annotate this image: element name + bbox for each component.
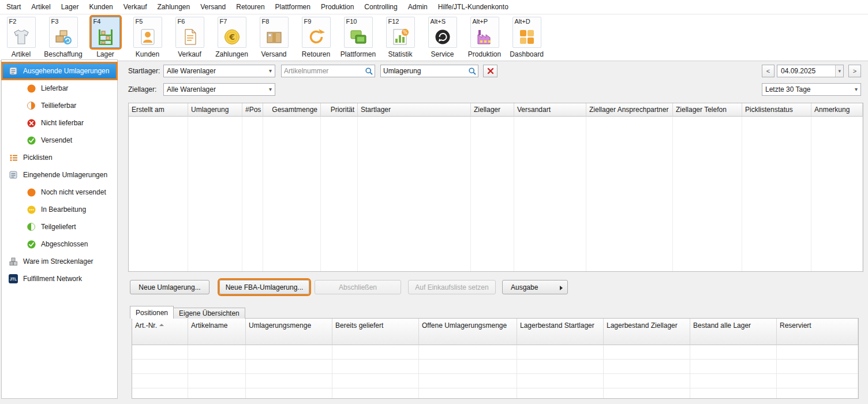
col-offene-umlagerungsmenge[interactable]: Offene Umlagerungsmenge xyxy=(419,319,517,345)
shortcut-label: F6 xyxy=(178,18,185,25)
menu-hilfe-jtl-kundenkonto[interactable]: Hilfe/JTL-Kundenkonto xyxy=(433,0,514,14)
tab-eigene-uebersichten[interactable]: Eigene Übersichten xyxy=(173,308,245,319)
col-umlagerungsmenge[interactable]: Umlagerungsmenge xyxy=(246,319,332,345)
date-next-button[interactable]: > xyxy=(848,65,861,77)
sidebar-item-eingehende-umlagerungen[interactable]: Eingehende Umlagerungen xyxy=(2,166,117,184)
toolbar-beschaffung-button[interactable]: F3 Beschaffung xyxy=(42,17,84,61)
period-select[interactable]: Letzte 30 Tage ▾ xyxy=(762,83,861,96)
toolbar-verkauf-button[interactable]: F6 Verkauf xyxy=(169,17,211,61)
toolbar-zahlungen-button[interactable]: F7 € Zahlungen xyxy=(211,17,253,61)
toolbar-kunden-button[interactable]: F5 Kunden xyxy=(126,17,169,61)
menu-admin[interactable]: Admin xyxy=(403,0,433,14)
sidebar-item-ware-im-streckenlager[interactable]: Ware im Streckenlager xyxy=(2,253,117,270)
neue-fba-umlagerung-button[interactable]: Neue FBA-Umlagerung... xyxy=(219,280,309,294)
search-icon[interactable] xyxy=(363,65,375,77)
tab-positionen[interactable]: Positionen xyxy=(130,306,174,319)
shortcut-label: Alt+S xyxy=(431,18,446,25)
toolbar-retouren-button[interactable]: F9 Retouren xyxy=(295,17,337,61)
menu-start[interactable]: Start xyxy=(1,0,26,14)
neue-umlagerung-button[interactable]: Neue Umlagerung... xyxy=(130,280,209,294)
menu-artikel[interactable]: Artikel xyxy=(26,0,55,14)
date-value: 04.09.2025 xyxy=(781,67,815,75)
sidebar-item-label: Fulfillment Network xyxy=(23,275,82,283)
sidebar-item-teilgeliefert[interactable]: Teilgeliefert xyxy=(2,218,117,235)
date-picker[interactable]: 04.09.2025 ▾ xyxy=(777,65,844,77)
col-startlager[interactable]: Startlager xyxy=(358,103,471,117)
sidebar-item-fulfillment-network[interactable]: JTL Fulfillment Network xyxy=(2,270,117,287)
toolbar-button-label: Dashboard xyxy=(510,50,544,58)
sidebar-item-picklisten[interactable]: Picklisten xyxy=(2,149,117,166)
sidebar-item-label: Abgeschlossen xyxy=(41,240,88,248)
menubar: Start Artikel Lager Kunden Verkauf Zahlu… xyxy=(0,0,868,14)
umlagerung-input[interactable] xyxy=(381,67,466,75)
ausgabe-button[interactable]: Ausgabe xyxy=(502,280,568,294)
status-green-check-icon xyxy=(27,136,36,145)
menu-kunden[interactable]: Kunden xyxy=(84,0,118,14)
sidebar-item-lieferbar[interactable]: Lieferbar xyxy=(2,80,117,97)
col-ziellager-ansprechpartner[interactable]: Ziellager Ansprechpartner xyxy=(586,103,673,117)
empty-row xyxy=(132,374,858,388)
col-umlagerung[interactable]: Umlagerung xyxy=(188,103,242,117)
sidebar-item-abgeschlossen[interactable]: Abgeschlossen xyxy=(2,235,117,253)
menu-controlling[interactable]: Controlling xyxy=(359,0,402,14)
col-bereits-geliefert[interactable]: Bereits geliefert xyxy=(332,319,419,345)
menu-lager[interactable]: Lager xyxy=(56,0,84,14)
date-prev-button[interactable]: < xyxy=(762,65,775,77)
toolbar-artikel-button[interactable]: F2 Artikel xyxy=(0,17,42,61)
startlager-label: Startlager: xyxy=(128,67,160,75)
toolbar-lager-button[interactable]: F4 Lager xyxy=(84,17,126,61)
picklist-icon xyxy=(9,153,18,162)
col-ziellager-telefon[interactable]: Ziellager Telefon xyxy=(673,103,742,117)
col-erstellt-am[interactable]: Erstellt am xyxy=(129,103,188,117)
sidebar-item-versendet[interactable]: Versendet xyxy=(2,132,117,149)
sort-ascending-icon xyxy=(159,324,164,326)
col-picklistenstatus[interactable]: Picklistenstatus xyxy=(742,103,811,117)
ziellager-select[interactable]: Alle Warenlager ▾ xyxy=(163,83,275,96)
sidebar-item-teillieferbar[interactable]: Teillieferbar xyxy=(2,97,117,114)
chevron-down-icon: ▾ xyxy=(855,86,858,92)
col-bestand-alle-lager[interactable]: Bestand alle Lager xyxy=(690,319,777,345)
col-lagerbestand-startlager[interactable]: Lagerbestand Startlager xyxy=(517,319,604,345)
sidebar-item-in-bearbeitung[interactable]: In Bearbeitung xyxy=(2,201,117,218)
col-ziellager[interactable]: Ziellager xyxy=(471,103,514,117)
menu-versand[interactable]: Versand xyxy=(195,0,231,14)
toolbar-produktion-button[interactable]: Alt+P Produktion xyxy=(463,17,506,61)
menu-zahlungen[interactable]: Zahlungen xyxy=(152,0,195,14)
artikelnummer-input[interactable] xyxy=(282,67,363,75)
menu-retouren[interactable]: Retouren xyxy=(231,0,270,14)
toolbar-versand-button[interactable]: F8 Versand xyxy=(253,17,295,61)
search-icon[interactable] xyxy=(466,65,478,77)
dashboard-grid-icon xyxy=(518,28,536,46)
startlager-select[interactable]: Alle Warenlager ▾ xyxy=(163,65,275,77)
toolbar-service-button[interactable]: Alt+S Service xyxy=(421,17,463,61)
sidebar-item-nicht-lieferbar[interactable]: Nicht lieferbar xyxy=(2,114,117,132)
calendar-dropdown-icon[interactable]: ▾ xyxy=(835,65,843,77)
main-content: Startlager: Alle Warenlager ▾ < 04.09.20… xyxy=(124,59,863,399)
col-reserviert[interactable]: Reserviert xyxy=(777,319,858,345)
col-artikelname[interactable]: Artikelname xyxy=(188,319,246,345)
clear-filter-button[interactable] xyxy=(483,65,497,77)
menu-verkauf[interactable]: Verkauf xyxy=(118,0,152,14)
status-red-x-icon xyxy=(27,118,36,128)
toolbar-button-label: Verkauf xyxy=(178,50,201,58)
status-orange-half-icon xyxy=(27,101,36,110)
col-lagerbestand-ziellager[interactable]: Lagerbestand Ziellager xyxy=(604,319,690,345)
menu-plattformen[interactable]: Plattformen xyxy=(270,0,316,14)
menu-produktion[interactable]: Produktion xyxy=(316,0,359,14)
col-pos[interactable]: #Pos xyxy=(242,103,263,117)
sidebar-item-label: Nicht lieferbar xyxy=(41,119,84,127)
toolbar-statistik-button[interactable]: F12 % Statistik xyxy=(379,17,421,61)
sidebar-item-ausgehende-umlagerungen[interactable]: Ausgehende Umlagerungen xyxy=(2,62,117,80)
status-orange-dot-icon xyxy=(27,188,36,197)
toolbar-button-label: Versand xyxy=(261,50,286,58)
col-anmerkung[interactable]: Anmerkung xyxy=(811,103,863,117)
col-gesamtmenge[interactable]: Gesamtmenge xyxy=(263,103,321,117)
toolbar-plattformen-button[interactable]: F10 Plattformen xyxy=(337,17,379,61)
shortcut-label: F9 xyxy=(304,18,312,25)
col-art-nr[interactable]: Art.-Nr. xyxy=(132,319,188,345)
col-prioritaet[interactable]: Priorität xyxy=(321,103,358,117)
sidebar-item-noch-nicht-versendet[interactable]: Noch nicht versendet xyxy=(2,184,117,201)
shortcut-label: Alt+P xyxy=(473,18,488,25)
col-versandart[interactable]: Versandart xyxy=(514,103,586,117)
toolbar-dashboard-button[interactable]: Alt+D Dashboard xyxy=(506,17,548,61)
